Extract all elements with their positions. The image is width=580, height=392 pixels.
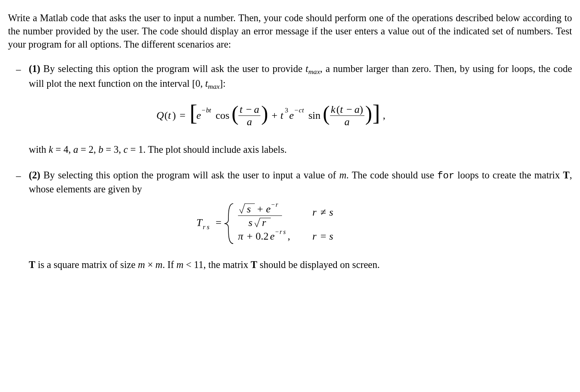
item2-T: T [563, 170, 570, 180]
equation-1: Q ( t ) = [ e − b t cos [29, 99, 572, 136]
item1-body: (1) By selecting this option the program… [29, 62, 572, 156]
eq1-plus: + [272, 110, 278, 121]
item2-T3: T [251, 259, 257, 270]
eq2-cond1-s: s [329, 206, 333, 218]
item2-m-size1: m [138, 259, 145, 270]
svg-text:): ) [360, 104, 363, 115]
eq2-coef: 0.2 [256, 230, 269, 242]
eq1-frac2-a: a [354, 104, 360, 115]
eq2-plus1: + [257, 203, 263, 215]
list-dash-1: – [8, 62, 29, 156]
eq1-t3: t [280, 110, 284, 121]
eq2-cond2-s: s [329, 230, 333, 242]
eq2-rs-r: r [280, 228, 282, 235]
eq2-eqs: = [320, 230, 326, 242]
eq2-ne: ≠ [320, 206, 326, 218]
intro-paragraph: Write a Matlab code that asks the user t… [8, 11, 572, 51]
equation-2: T r s = s + e − r [29, 200, 572, 251]
eq2-r-exp: r [276, 201, 278, 208]
item1-tmax-sub: max [308, 68, 320, 76]
svg-text:(: ( [164, 110, 168, 121]
eq1-comma: , [383, 110, 386, 121]
eq1-minus2: − [294, 106, 298, 114]
list-item-2: – (2) By selecting this option the progr… [8, 168, 572, 271]
eq1-frac2-den: a [344, 116, 350, 128]
item2-lt: < 11, the matrix [184, 259, 251, 270]
item1-k: k [49, 144, 53, 155]
item2-m-size2: m [156, 259, 163, 270]
eq1-cube: 3 [285, 106, 288, 114]
item1-tmax-t: t [306, 63, 308, 74]
eq2-minus1: − [271, 201, 275, 208]
item2-text-f: should be displayed on screen. [257, 259, 380, 270]
eq1-sin: sin [308, 110, 320, 121]
svg-text:): ) [365, 102, 372, 125]
item1-c: c [124, 144, 128, 155]
eq2-comma: , [288, 230, 290, 242]
svg-text:): ) [172, 110, 176, 121]
list-dash-2: – [8, 168, 29, 271]
eq1-frac1-den: a [247, 116, 252, 128]
item1-tmax2-sub: max [208, 83, 220, 91]
item2-m: m [339, 170, 346, 180]
eq2-plus2: + [247, 230, 253, 242]
item1-keq: = 4, [53, 144, 74, 155]
item1-after-eq: with k = 4, a = 2, b = 3, c = 1. The plo… [29, 143, 572, 156]
item2-after-a: is a square matrix of size [35, 259, 138, 270]
item1-a: a [73, 144, 78, 155]
eq1-minus1: − [202, 106, 206, 114]
eq2-sqrt-s: s [247, 203, 251, 215]
item1-tmax2-t: t [205, 78, 208, 89]
eq1-c-exp: c [299, 106, 302, 114]
eq1-t-exp2: t [302, 106, 304, 114]
eq2-den-r: r [262, 217, 266, 228]
eq2-cond1-r: r [312, 206, 317, 218]
svg-text:(: ( [232, 102, 238, 125]
eq1-frac2-t: t [340, 104, 343, 115]
eq1-t-exp1: t [209, 106, 212, 114]
svg-text:(: ( [323, 102, 330, 125]
item2-text-b: . The code should use [346, 170, 437, 180]
eq1-frac2-minus: − [346, 104, 352, 115]
eq1-cos: cos [216, 110, 230, 121]
item1-aeq: = 2, [78, 144, 98, 155]
eq2-minus2: − [275, 228, 279, 235]
eq2-r-sub: r [203, 223, 206, 231]
item1-b: b [98, 144, 103, 155]
item1-ceq: = 1. The plot should include axis labels… [128, 144, 287, 155]
eq2-e2: e [270, 230, 275, 242]
item1-beq: = 3, [103, 144, 124, 155]
eq1-Q: Q [156, 110, 164, 121]
item1-number: (1) [29, 63, 40, 74]
eq1-frac1-minus: − [246, 104, 252, 115]
intro-text: Write a Matlab code that asks the user t… [8, 12, 572, 50]
item1-text-a: By selecting this option the program wil… [40, 63, 306, 74]
equation-1-svg: Q ( t ) = [ e − b t cos [156, 99, 444, 132]
equation-2-svg: T r s = s + e − r [196, 200, 404, 248]
item1-text-c: ]: [220, 78, 226, 89]
eq2-den-s: s [248, 217, 252, 228]
eq2-cond2-r: r [312, 230, 317, 242]
item2-number: (2) [29, 170, 40, 180]
item1-with: with [29, 144, 49, 155]
svg-text:): ) [261, 102, 268, 125]
item2-for-kw: for [437, 170, 454, 181]
item2-text-c: loops to create the matrix [454, 170, 563, 180]
eq2-T: T [196, 217, 203, 228]
item2-after-eq: T is a square matrix of size m × m. If m… [29, 258, 572, 271]
eq2-eq: = [216, 217, 222, 228]
eq1-frac1-t: t [240, 104, 243, 115]
eq1-frac1-a: a [254, 104, 259, 115]
eq2-e1: e [266, 203, 271, 215]
eq1-e2: e [289, 110, 294, 121]
item2-text-a: By selecting this option the program wil… [40, 170, 340, 180]
svg-text:]: ] [372, 100, 380, 126]
item2-body: (2) By selecting this option the program… [29, 168, 572, 271]
svg-text:(: ( [336, 104, 340, 115]
item2-text-e: . If [162, 259, 176, 270]
item2-m-cond: m [176, 259, 184, 270]
eq1-eq: = [180, 110, 186, 121]
eq2-s-sub: s [207, 223, 210, 231]
list-item-1: – (1) By selecting this option the progr… [8, 62, 572, 156]
eq1-e1: e [196, 110, 201, 121]
